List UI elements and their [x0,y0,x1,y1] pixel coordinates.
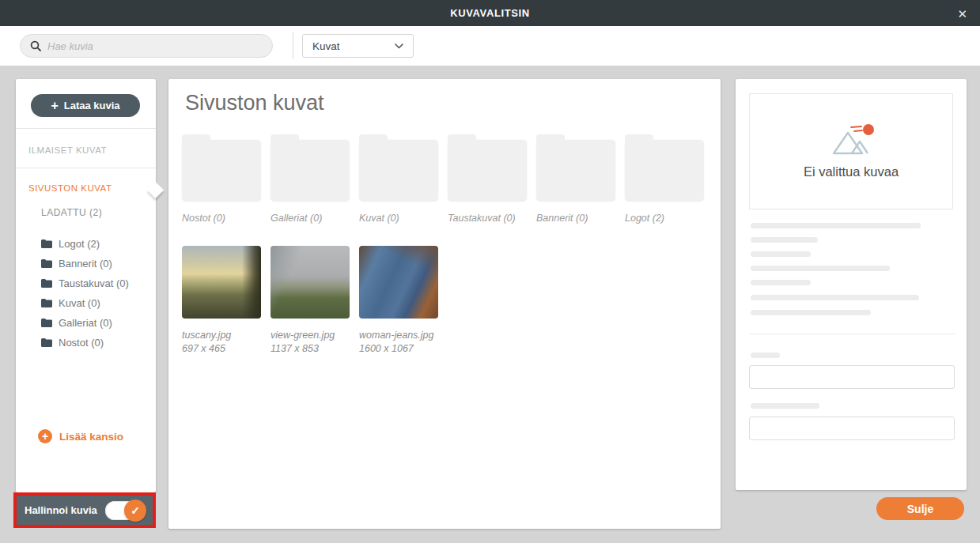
skeleton-label [751,353,780,358]
image-filename: view-green.jpg [271,329,359,342]
image-item-tuscany[interactable]: tuscany.jpg 697 x 465 [182,246,271,356]
folder-tile-logot[interactable]: Logot (2) [625,134,713,224]
upload-images-button[interactable]: + Lataa kuvia [31,94,140,117]
folder-icon [41,319,52,327]
folder-icon [41,259,52,268]
manage-images-label: Hallinnoi kuvia [25,504,99,516]
manage-images-toggle[interactable]: ✓ [105,501,145,520]
folder-tile-label: Kuvat (0) [359,213,448,224]
image-name-field[interactable] [749,365,955,389]
folder-tile-galleriat[interactable]: Galleriat (0) [271,134,359,224]
sidebar-folder-label: Logot (2) [59,238,100,250]
search-icon [30,40,41,51]
skeleton-label [751,403,819,409]
no-image-selected-text: Ei valittua kuvaa [804,164,899,179]
folder-tile-icon [359,140,438,202]
skeleton-line [751,266,890,271]
image-filename: woman-jeans.jpg [359,329,448,342]
dialog-title: KUVAVALITSIN [450,7,529,19]
folder-icon [41,299,52,307]
folder-tile-label: Galleriat (0) [271,213,359,224]
folder-tile-icon [625,140,704,202]
sidebar: + Lataa kuvia ILMAISET KUVAT SIVUSTON KU… [16,79,156,492]
image-thumbnail[interactable] [271,246,350,319]
image-filename: tuscany.jpg [182,329,271,342]
folder-tile-label: Taustakuvat (0) [448,213,536,224]
folder-tile-icon [448,140,527,202]
folder-tile-kuvat[interactable]: Kuvat (0) [359,134,448,224]
active-item-pointer [147,182,164,198]
skeleton-line [751,251,811,257]
search-field[interactable] [20,34,273,58]
image-preview-placeholder: Ei valittua kuvaa [749,93,953,209]
image-grid: tuscany.jpg 697 x 465 view-green.jpg 113… [182,246,448,356]
folder-tile-label: Nostot (0) [182,213,271,224]
sidebar-folder-label: Nostot (0) [59,337,104,349]
sidebar-folder-taustakuvat[interactable]: Taustakuvat (0) [41,273,129,293]
toggle-knob-check-icon: ✓ [124,500,146,522]
detail-panel: Ei valittua kuvaa [736,79,967,490]
folder-tile-nostot[interactable]: Nostot (0) [182,134,271,224]
folder-icon [41,338,52,347]
manage-images-bar: Hallinnoi kuvia ✓ [13,492,156,528]
folder-tile-icon [271,140,350,202]
sidebar-item-site-images[interactable]: SIVUSTON KUVAT [28,183,112,193]
toolbar-divider [293,32,293,59]
image-dimensions: 697 x 465 [182,342,271,356]
skeleton-line [751,295,919,300]
folder-grid: Nostot (0) Galleriat (0) Kuvat (0) Taust… [182,134,713,224]
sidebar-item-free-images[interactable]: ILMAISET KUVAT [28,145,107,155]
skeleton-line [751,223,921,228]
skeleton-line [751,310,871,315]
image-picker-dialog: KUVAVALITSIN ✕ Kuvat + Lataa kuvia ILMAI… [0,0,980,543]
image-thumbnail[interactable] [359,246,438,319]
folder-tile-label: Bannerit (0) [536,213,625,224]
folder-icon [41,279,52,288]
detail-divider [750,334,956,334]
folder-tile-icon [182,140,261,202]
upload-images-label: Lataa kuvia [64,100,120,111]
folder-icon [41,239,52,248]
sidebar-folder-nostot[interactable]: Nostot (0) [41,333,129,353]
close-dialog-button[interactable]: Sulje [876,497,964,520]
sidebar-folder-label: Bannerit (0) [59,258,112,270]
sidebar-folder-list: Logot (2) Bannerit (0) Taustakuvat (0) K… [41,234,129,353]
image-alt-text-field[interactable] [749,417,955,440]
image-dimensions: 1600 x 1067 [359,342,448,356]
image-item-woman-jeans[interactable]: woman-jeans.jpg 1600 x 1067 [359,246,448,356]
sidebar-folder-label: Taustakuvat (0) [59,277,129,289]
sidebar-folder-label: Galleriat (0) [59,317,112,329]
image-dimensions: 1137 x 853 [271,342,359,356]
sidebar-folder-bannerit[interactable]: Bannerit (0) [41,254,129,273]
folder-tile-icon [536,140,615,202]
chevron-down-icon [395,43,403,49]
search-input[interactable] [47,40,263,52]
close-icon[interactable]: ✕ [957,7,967,19]
folder-tile-label: Logot (2) [625,213,713,224]
sidebar-item-uploaded[interactable]: LADATTU (2) [41,207,102,218]
image-item-view-green[interactable]: view-green.jpg 1137 x 853 [271,246,359,356]
sidebar-folder-logot[interactable]: Logot (2) [41,234,129,254]
sidebar-folder-kuvat[interactable]: Kuvat (0) [41,293,129,313]
main-panel: Sivuston kuvat Nostot (0) Galleriat (0) … [168,79,721,529]
image-thumbnail[interactable] [182,246,261,319]
media-type-value: Kuvat [312,40,340,52]
plus-icon: + [51,100,58,112]
no-image-icon [826,123,876,156]
skeleton-line [751,280,811,285]
add-folder-label: Lisää kansio [59,431,123,443]
sidebar-divider [16,168,156,168]
dialog-titlebar: KUVAVALITSIN ✕ [0,0,980,26]
sidebar-divider [16,128,156,129]
folder-tile-bannerit[interactable]: Bannerit (0) [536,134,625,224]
plus-circle-icon: + [38,429,52,443]
skeleton-line [751,237,818,243]
page-title: Sivuston kuvat [185,91,324,115]
sidebar-folder-galleriat[interactable]: Galleriat (0) [41,313,129,333]
media-type-select[interactable]: Kuvat [302,34,414,58]
add-folder-button[interactable]: + Lisää kansio [38,429,123,443]
folder-tile-taustakuvat[interactable]: Taustakuvat (0) [448,134,536,224]
sidebar-folder-label: Kuvat (0) [59,297,100,309]
toolbar: Kuvat [0,26,980,66]
